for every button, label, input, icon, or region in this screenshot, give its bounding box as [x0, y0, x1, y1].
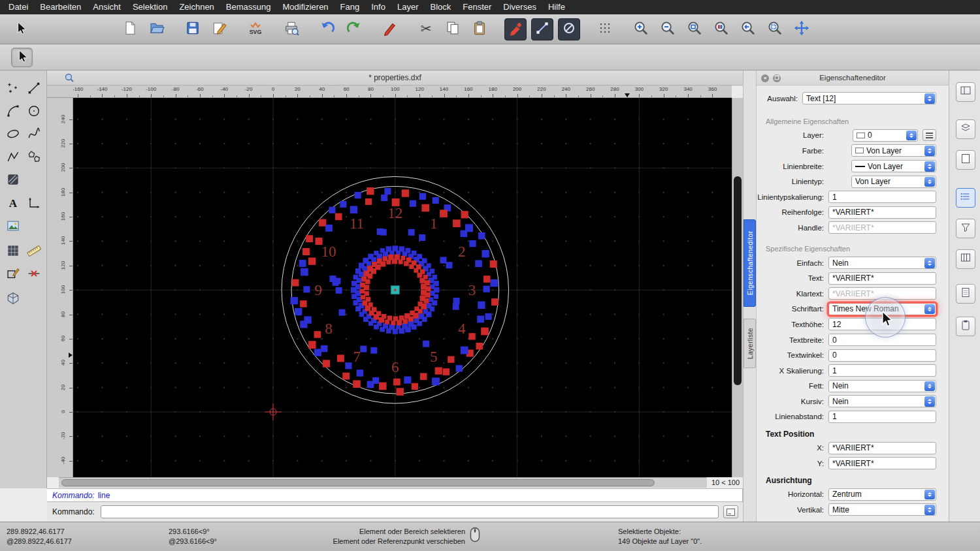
undo-button[interactable]	[316, 18, 338, 40]
menu-fenster[interactable]: Fenster	[457, 0, 497, 14]
redo-button[interactable]	[343, 18, 365, 40]
columns-dock-button[interactable]	[956, 249, 975, 269]
hatch-tool-button[interactable]	[3, 171, 23, 191]
menu-layer[interactable]: Layer	[391, 0, 425, 14]
circle-tool-button[interactable]	[24, 102, 44, 122]
edit-drawing-button[interactable]	[208, 18, 231, 40]
textwinkel-input[interactable]: 0	[828, 349, 936, 362]
horizontal-scrollbar-thumb[interactable]	[61, 479, 655, 486]
grid-button[interactable]	[594, 18, 616, 40]
fett-dropdown[interactable]: Nein	[828, 380, 936, 392]
einfach-dropdown[interactable]: Nein	[828, 257, 936, 269]
dropdown-stepper-icon[interactable]	[924, 146, 935, 156]
horizontal-dropdown[interactable]: Zentrum	[828, 488, 936, 501]
cut-button[interactable]: ✂	[415, 18, 437, 40]
menu-diverses[interactable]: Diverses	[497, 0, 542, 14]
pointer-button[interactable]	[10, 18, 32, 40]
line-segment-button[interactable]	[531, 18, 553, 40]
document-titlebar[interactable]: * properties.dxf	[47, 71, 743, 86]
dimension-tool-button[interactable]	[24, 195, 44, 214]
command-history-dock-button[interactable]	[956, 284, 975, 304]
solid-tool-button[interactable]	[3, 290, 23, 309]
selection-tool-button[interactable]	[11, 48, 33, 67]
menu-ansicht[interactable]: Ansicht	[87, 0, 127, 14]
line-tool-button[interactable]	[24, 80, 44, 99]
linientypskalierung-input[interactable]: 1	[828, 191, 936, 203]
snap-tool-button[interactable]	[24, 265, 44, 285]
shape-tool-button[interactable]	[3, 265, 23, 285]
vertical-scrollbar-thumb[interactable]	[734, 176, 742, 385]
text-input[interactable]: *VARIIERT*	[828, 272, 936, 285]
vertikal-dropdown[interactable]: Mitte	[828, 503, 936, 516]
linienabstand-input[interactable]: 1	[828, 411, 936, 423]
polyline-tool-button[interactable]	[3, 148, 23, 168]
pattern-tool-button[interactable]	[3, 242, 23, 262]
kursiv-dropdown[interactable]: Nein	[828, 395, 936, 407]
x-input[interactable]: *VARIIERT*	[828, 442, 936, 454]
zoom-selection-button[interactable]	[710, 18, 732, 40]
zoom-window-button[interactable]	[764, 18, 786, 40]
linienbreite-dropdown[interactable]: Von Layer	[851, 160, 936, 172]
dropdown-stepper-icon[interactable]	[906, 131, 917, 141]
filter-dock-button[interactable]	[956, 219, 975, 238]
menu-modifizieren[interactable]: Modifizieren	[277, 0, 335, 14]
dropdown-stepper-icon[interactable]	[924, 93, 935, 104]
dropdown-stepper-icon[interactable]	[924, 505, 935, 515]
dropdown-stepper-icon[interactable]	[924, 258, 935, 268]
layer-dropdown[interactable]: 0	[853, 129, 918, 142]
polygon-tool-button[interactable]	[24, 148, 44, 168]
points-tool-button[interactable]	[3, 80, 23, 99]
menu-selektion[interactable]: Selektion	[127, 0, 173, 14]
dropdown-stepper-icon[interactable]	[924, 161, 935, 172]
new-file-button[interactable]	[119, 18, 141, 40]
layer-menu-button[interactable]	[923, 129, 936, 141]
copy-button[interactable]	[442, 18, 464, 40]
reihenfolge-input[interactable]: *VARIIERT*	[828, 206, 936, 219]
svg-export-button[interactable]: SVG	[244, 18, 267, 40]
draw-pen-button[interactable]	[379, 18, 401, 40]
save-button[interactable]	[182, 18, 204, 40]
menu-block[interactable]: Block	[424, 0, 457, 14]
pan-button[interactable]	[791, 18, 813, 40]
restrict-off-button[interactable]	[558, 18, 580, 40]
dropdown-stepper-icon[interactable]	[924, 304, 935, 315]
dropdown-stepper-icon[interactable]	[924, 177, 935, 187]
linientyp-dropdown[interactable]: Von Layer	[851, 176, 936, 188]
auswahl-dropdown[interactable]: Text [12]	[802, 92, 936, 104]
image-tool-button[interactable]	[3, 217, 23, 237]
block-list-dock-button[interactable]	[956, 150, 975, 170]
text-tool-button[interactable]: A	[3, 195, 23, 214]
menu-bearbeiten[interactable]: Bearbeiten	[34, 0, 87, 14]
spline-tool-button[interactable]	[24, 125, 44, 145]
dropdown-stepper-icon[interactable]	[924, 396, 935, 407]
panel-tab-layerliste[interactable]: Layerliste	[743, 319, 756, 368]
dropdown-stepper-icon[interactable]	[924, 490, 935, 500]
vertical-scrollbar[interactable]	[732, 98, 743, 477]
previous-view-button[interactable]	[737, 18, 759, 40]
farbe-dropdown[interactable]: Von Layer	[851, 144, 936, 157]
zoom-in-button[interactable]	[630, 18, 652, 40]
command-input[interactable]	[101, 505, 719, 518]
menu-hilfe[interactable]: Hilfe	[542, 0, 571, 14]
command-options-button[interactable]	[723, 505, 738, 518]
drawing-canvas[interactable]: 121234567891011	[73, 98, 732, 477]
marker-button[interactable]	[504, 18, 527, 40]
menu-info[interactable]: Info	[365, 0, 391, 14]
menu-zeichnen[interactable]: Zeichnen	[173, 0, 220, 14]
ellipse-tool-button[interactable]	[3, 125, 23, 145]
layer-list-dock-button[interactable]	[956, 119, 975, 139]
zoom-out-button[interactable]	[657, 18, 679, 40]
handle-input[interactable]: *VARIIERT*	[828, 221, 936, 234]
measure-tool-button[interactable]	[24, 242, 44, 262]
dropdown-stepper-icon[interactable]	[924, 381, 935, 392]
menu-fang[interactable]: Fang	[335, 0, 366, 14]
y-input[interactable]: *VARIIERT*	[828, 457, 936, 469]
menu-datei[interactable]: Datei	[3, 0, 34, 14]
open-file-button[interactable]	[146, 18, 168, 40]
clipboard-dock-button[interactable]	[956, 317, 975, 336]
panel-tab-eigenschafteneditor[interactable]: Eigenschafteneditor	[743, 219, 756, 307]
horizontal-scrollbar[interactable]	[59, 477, 707, 488]
panels-dock-button[interactable]	[956, 82, 975, 102]
paste-button[interactable]	[468, 18, 491, 40]
property-list-dock-button[interactable]	[956, 188, 975, 208]
